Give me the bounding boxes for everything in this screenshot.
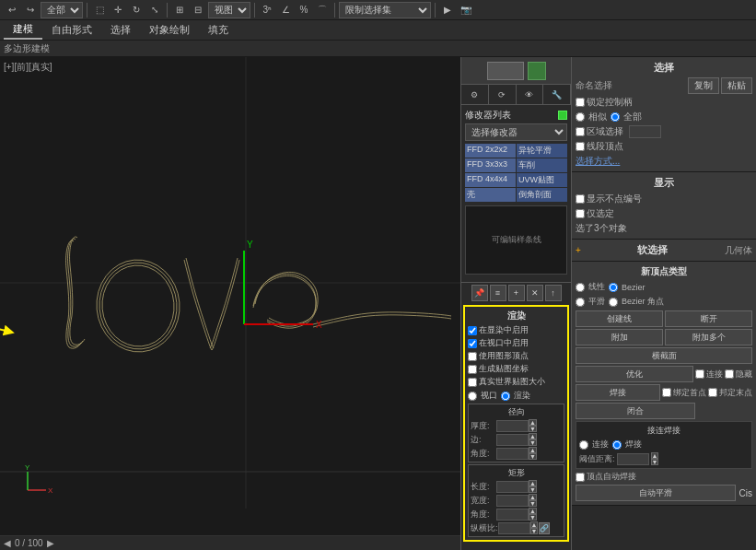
rect-angle-up[interactable]: ▲ (529, 508, 537, 514)
next-frame-btn[interactable]: ▶ (47, 538, 54, 548)
camera-icon[interactable]: 📷 (458, 2, 474, 18)
aspect-up[interactable]: ▲ (530, 521, 539, 528)
threshold-input[interactable]: 0.1 (617, 453, 649, 465)
real-world-checkbox[interactable] (468, 378, 477, 387)
mod-ffd44-left[interactable]: FFD 4x4x4 (465, 173, 516, 187)
radio-viewport[interactable] (468, 392, 477, 401)
move-icon[interactable]: ✛ (110, 2, 126, 18)
optimize-btn[interactable]: 优化 (576, 366, 693, 382)
scale-icon[interactable]: ⤡ (146, 2, 163, 18)
3d-icon[interactable]: 3ⁿ (259, 2, 275, 18)
pin-icon[interactable]: 📌 (471, 285, 488, 301)
mod-ffd33-right[interactable]: 车削 (517, 158, 567, 172)
create-btn[interactable]: 创建线 (576, 310, 663, 327)
length-up[interactable]: ▲ (529, 480, 537, 486)
angle-icon[interactable]: ∠ (277, 2, 294, 18)
tab-hierarchy[interactable]: ⚙ (461, 85, 489, 104)
use-verts-checkbox[interactable] (468, 352, 477, 361)
render-icon[interactable]: ▶ (439, 2, 456, 18)
tab-build[interactable]: 建模 (4, 20, 42, 40)
aspect-lock-icon[interactable]: 🔗 (539, 522, 550, 534)
weld-cb2[interactable] (708, 388, 717, 397)
similar-radio[interactable] (576, 112, 585, 122)
redo-icon[interactable]: ↪ (22, 2, 39, 18)
snap-icon[interactable]: ⊞ (171, 2, 188, 18)
percent-icon[interactable]: % (296, 2, 312, 18)
smooth-radio[interactable] (576, 298, 585, 307)
limit-dropdown[interactable]: 限制选择集 (339, 2, 431, 18)
modifier-dropdown[interactable]: 选择修改器 (465, 123, 567, 141)
all-radio[interactable] (611, 112, 620, 122)
mod-shell-right[interactable]: 倒角剖面 (517, 188, 567, 202)
tab-fill[interactable]: 填充 (199, 21, 238, 39)
paste-btn[interactable]: 粘贴 (721, 77, 752, 94)
mod-ffd22-left[interactable]: FFD 2x2x2 (465, 144, 516, 158)
thresh-up[interactable]: ▲ (651, 452, 659, 459)
delete-icon[interactable]: ✕ (527, 285, 543, 301)
select-by-link[interactable]: 选择方式... (576, 156, 620, 166)
view-dropdown[interactable]: 视图 (208, 2, 250, 18)
move-up-icon[interactable]: ↑ (545, 285, 562, 301)
tab-utilities[interactable]: 🔧 (543, 85, 571, 104)
viewport[interactable]: [+][前][真实] (0, 57, 461, 550)
thickness-input[interactable]: 90.0 (496, 420, 529, 432)
aspect-down[interactable]: ▼ (530, 528, 539, 534)
area-value-input[interactable]: 0.1 (629, 125, 661, 138)
list-icon[interactable]: ≡ (490, 285, 506, 301)
thresh-down[interactable]: ▼ (651, 459, 659, 465)
sides-up[interactable]: ▲ (529, 433, 537, 439)
bezier-corner-radio[interactable] (609, 298, 618, 307)
mirror-icon[interactable]: ⊟ (190, 2, 206, 18)
thickness-up[interactable]: ▲ (529, 419, 537, 426)
angle-down[interactable]: ▼ (529, 453, 537, 460)
break-btn[interactable]: 断开 (665, 310, 752, 327)
rotate-icon[interactable]: ↻ (128, 2, 145, 18)
weld-cb1[interactable] (662, 388, 671, 397)
undo-icon[interactable]: ↩ (4, 2, 20, 18)
length-down[interactable]: ▼ (529, 486, 537, 493)
mod-ffd33-left[interactable]: FFD 3x3x3 (465, 158, 516, 172)
radio-render[interactable] (501, 392, 510, 401)
add-icon[interactable]: + (508, 285, 525, 301)
weld-radio[interactable] (612, 440, 622, 450)
copy-btn[interactable]: 复制 (688, 77, 719, 94)
angle-up[interactable]: ▲ (529, 447, 537, 453)
segment-verts-cb[interactable] (576, 142, 585, 151)
arc-icon[interactable]: ⌒ (314, 2, 331, 18)
aspect-input[interactable]: 3.0 (498, 522, 530, 534)
length-input[interactable]: 5.0 (496, 481, 529, 493)
gen-uvw-checkbox[interactable] (468, 365, 477, 374)
opt-cb2[interactable] (725, 369, 734, 379)
prev-frame-btn[interactable]: ◀ (4, 538, 11, 548)
tab-select[interactable]: 选择 (101, 21, 140, 39)
tab-freeform[interactable]: 自由形式 (42, 21, 101, 39)
weld-btn[interactable]: 焊接 (576, 384, 660, 401)
tab-motion[interactable]: ⟳ (489, 85, 517, 104)
mod-ffd22-right[interactable]: 异轮平滑 (517, 144, 567, 158)
rect-angle-input[interactable]: 0.0 (496, 509, 529, 521)
enable-render-checkbox[interactable] (468, 326, 477, 335)
width-down[interactable]: ▼ (529, 500, 537, 507)
crosssect-btn[interactable]: 横截面 (576, 347, 752, 364)
lock-handles-cb[interactable] (576, 98, 585, 107)
opt-cb1[interactable] (695, 369, 704, 379)
auto-weld-cb[interactable] (576, 473, 585, 482)
selection-dropdown[interactable]: 全部 (41, 2, 83, 18)
angle-input[interactable]: 0.0 (496, 448, 529, 460)
width-input[interactable]: 2.0 (496, 495, 529, 507)
show-vert-num-cb[interactable] (576, 194, 585, 204)
select-icon[interactable]: ⬚ (91, 2, 108, 18)
linear-radio[interactable] (576, 283, 585, 292)
connect-radio[interactable] (579, 440, 588, 450)
expand-icon[interactable]: + (576, 245, 581, 255)
mod-ffd44-right[interactable]: UVW贴图 (517, 173, 567, 187)
enable-viewport-checkbox[interactable] (468, 339, 477, 348)
tab-paint[interactable]: 对象绘制 (140, 21, 199, 39)
area-select-cb[interactable] (576, 127, 585, 136)
bezier-radio[interactable] (609, 283, 618, 292)
attach-multi-btn[interactable]: 附加多个 (665, 329, 752, 345)
smooth-btn[interactable]: 自动平滑 (576, 485, 736, 501)
sides-down[interactable]: ▼ (529, 439, 537, 446)
attach-btn[interactable]: 附加 (576, 329, 663, 345)
thickness-down[interactable]: ▼ (529, 426, 537, 432)
